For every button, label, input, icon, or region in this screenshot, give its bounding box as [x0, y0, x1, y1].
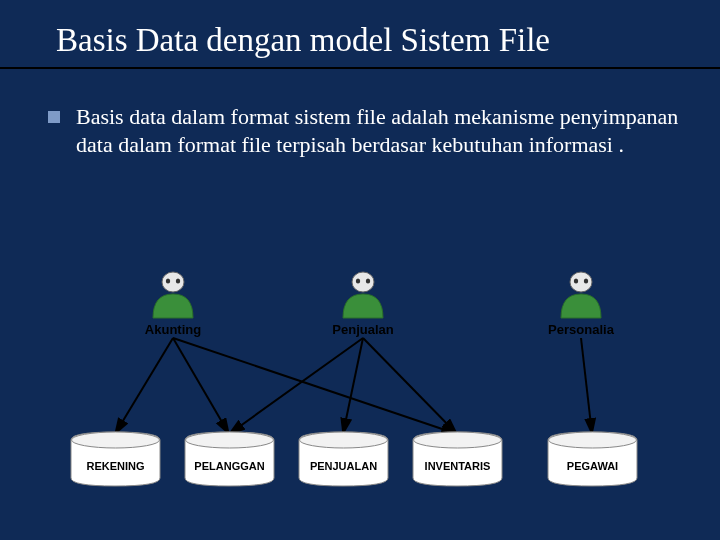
svg-point-12 [366, 278, 370, 283]
diagram-area: Akunting Penjualan Personalia REKENING [0, 270, 720, 530]
svg-point-20 [549, 432, 637, 448]
body-text: Basis data dalam format sistem file adal… [76, 104, 678, 157]
cylinder-icon [182, 430, 277, 488]
cylinder-icon [68, 430, 163, 488]
svg-point-14 [574, 278, 578, 283]
user-label: Akunting [145, 322, 201, 337]
person-icon [338, 270, 388, 320]
svg-line-3 [229, 338, 363, 434]
file-label: PENJUALAN [310, 460, 377, 472]
bullet-icon [48, 111, 60, 123]
file-label: INVENTARIS [425, 460, 491, 472]
svg-point-19 [414, 432, 502, 448]
user-label: Personalia [548, 322, 614, 337]
user-personalia: Personalia [556, 270, 606, 320]
svg-line-4 [343, 338, 363, 434]
person-icon [556, 270, 606, 320]
svg-line-1 [173, 338, 229, 434]
svg-point-9 [176, 278, 180, 283]
file-rekening: REKENING [68, 430, 163, 488]
svg-point-13 [570, 272, 592, 292]
user-label: Penjualan [332, 322, 393, 337]
file-penjualan: PENJUALAN [296, 430, 391, 488]
svg-line-0 [115, 338, 173, 434]
svg-point-7 [162, 272, 184, 292]
person-icon [148, 270, 198, 320]
svg-point-8 [166, 278, 170, 283]
file-pelanggan: PELANGGAN [182, 430, 277, 488]
svg-line-6 [581, 338, 592, 434]
svg-line-5 [363, 338, 457, 434]
user-penjualan: Penjualan [338, 270, 388, 320]
body-paragraph: Basis data dalam format sistem file adal… [0, 69, 720, 158]
file-label: REKENING [86, 460, 144, 472]
svg-point-10 [352, 272, 374, 292]
svg-point-16 [72, 432, 160, 448]
svg-point-17 [186, 432, 274, 448]
cylinder-icon [410, 430, 505, 488]
svg-point-11 [356, 278, 360, 283]
file-pegawai: PEGAWAI [545, 430, 640, 488]
file-label: PEGAWAI [567, 460, 618, 472]
cylinder-icon [545, 430, 640, 488]
svg-point-18 [300, 432, 388, 448]
svg-point-15 [584, 278, 588, 283]
svg-line-2 [173, 338, 457, 434]
user-akunting: Akunting [148, 270, 198, 320]
slide-title: Basis Data dengan model Sistem File [0, 0, 720, 67]
cylinder-icon [296, 430, 391, 488]
file-label: PELANGGAN [194, 460, 264, 472]
file-inventaris: INVENTARIS [410, 430, 505, 488]
